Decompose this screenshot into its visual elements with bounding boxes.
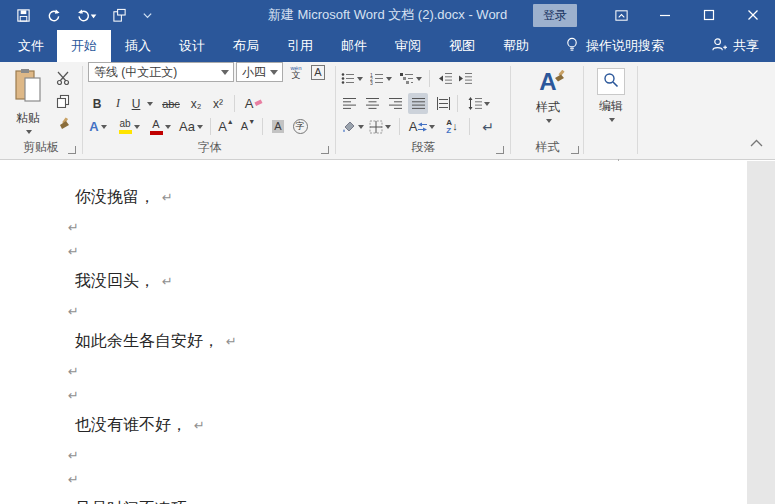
copy-icon [56,94,70,108]
character-border-button[interactable]: A [308,62,328,83]
justify-button[interactable] [408,93,428,114]
styles-brush-icon [553,70,566,83]
tab-file[interactable]: 文件 [5,30,57,62]
borders-button[interactable] [367,116,393,137]
minimize-button[interactable] [643,0,687,30]
paragraph-mark: ↵ [68,244,79,259]
numbering-button[interactable]: 123 [368,68,394,89]
document-background-strip [747,161,775,504]
increase-indent-button[interactable] [456,68,476,89]
ribbon-tab[interactable]: 设计 [165,30,219,62]
align-left-button[interactable] [339,93,359,114]
text-effects-icon: A [89,120,98,133]
character-shading-button[interactable]: A [268,116,288,137]
asian-layout-button[interactable]: A [407,116,437,137]
document-line[interactable]: 如此余生各自安好，↵ [75,323,747,359]
clear-formatting-button[interactable]: A [242,93,266,114]
document-page[interactable]: 你没挽留，↵ ↵ ↵ 我没回头，↵ ↵ 如此余生各自安好，↵ ↵ ↵ 也没有谁不… [0,161,747,504]
customize-qat-icon[interactable] [142,10,153,21]
font-name-combo[interactable]: 等线 (中文正文) [88,62,234,82]
maximize-button[interactable] [687,0,731,30]
ribbon-tab[interactable]: 插入 [111,30,165,62]
clipboard-dialog-launcher[interactable] [68,146,76,154]
document-line[interactable]: ↵ [75,443,747,467]
undo-icon[interactable] [76,8,97,23]
align-center-button[interactable] [362,93,382,114]
format-painter-button[interactable] [52,113,74,134]
document-line[interactable]: ↵ [75,215,747,239]
text-effects-button[interactable]: A [84,116,112,137]
distributed-icon [436,97,451,110]
decrease-indent-button[interactable] [436,68,456,89]
align-right-button[interactable] [385,93,405,114]
ribbon-tab[interactable]: 审阅 [381,30,435,62]
font-group: 等线 (中文正文) 小四 wén文 A B I U abc x₂ x² A A [84,62,335,159]
document-line[interactable]: ↵ [75,467,747,491]
redo-icon[interactable] [46,8,61,23]
document-line[interactable]: 你没挽留，↵ [75,179,747,215]
change-case-button[interactable]: Aa [176,116,206,137]
document-line[interactable]: ↵ [75,239,747,263]
enclose-characters-button[interactable]: 字 [290,116,310,137]
strikethrough-button[interactable]: abc [158,93,184,114]
collapse-ribbon-button[interactable] [750,137,763,151]
editing-button[interactable]: 编辑 [589,65,633,122]
line-spacing-button[interactable] [465,93,493,114]
share-button[interactable]: 共享 [711,30,759,62]
document-line-text: 也没有谁不好， [75,415,187,436]
subscript-button[interactable]: x₂ [186,93,206,114]
distribute-text-button[interactable] [433,93,453,114]
close-button[interactable] [731,0,775,30]
font-dialog-launcher[interactable] [321,146,329,154]
shading-button[interactable] [339,116,365,137]
quick-access-toolbar [16,8,153,23]
ribbon-tab[interactable]: 视图 [435,30,489,62]
text-highlight-button[interactable]: ab [114,116,144,137]
ribbon-tab[interactable]: 引用 [273,30,327,62]
sign-in-button[interactable]: 登录 [533,4,577,27]
superscript-button[interactable]: x² [208,93,228,114]
ribbon-display-options-icon[interactable] [599,0,643,30]
underline-button[interactable]: U [128,93,144,114]
document-line[interactable]: ↵ [75,383,747,407]
ribbon-tab[interactable]: 开始 [57,30,111,62]
document-line[interactable]: 也没有谁不好，↵ [75,407,747,443]
styles-button[interactable]: A 样式 [526,65,570,123]
tell-me-search[interactable]: 操作说明搜索 [565,30,664,62]
sort-button[interactable]: AZ↓ [441,116,463,137]
paragraph-dialog-launcher[interactable] [496,146,504,154]
phonetic-guide-button[interactable]: wén文 [286,62,306,83]
touch-mouse-mode-icon[interactable] [112,8,127,23]
document-line[interactable]: 我没回头，↵ [75,263,747,299]
styles-dialog-launcher[interactable] [571,146,579,154]
multilevel-list-button[interactable] [398,68,424,89]
shrink-font-button[interactable]: A▼ [238,116,258,137]
bold-button[interactable]: B [88,93,106,114]
paste-button[interactable]: 粘贴 [8,65,48,134]
ribbon-tab[interactable]: 邮件 [327,30,381,62]
show-hide-marks-button[interactable]: ↵ [477,116,499,137]
bullets-button[interactable] [339,68,365,89]
paste-dropdown-arrow [26,130,32,134]
paragraph-mark: ↵ [68,220,79,235]
combo-chevron-icon [270,70,278,75]
save-icon[interactable] [16,8,31,23]
grow-font-button[interactable]: A▲ [216,116,236,137]
copy-button[interactable] [52,90,74,111]
document-line[interactable]: ↵ [75,299,747,323]
cut-button[interactable] [52,67,74,88]
paragraph-mark: ↵ [162,190,173,205]
numbered-list-icon: 123 [370,72,384,85]
paragraph-mark: ↵ [162,274,173,289]
ribbon-tab[interactable]: 布局 [219,30,273,62]
document-line[interactable]: ↵ [75,359,747,383]
tab-strip: 开始插入设计布局引用邮件审阅视图帮助 [57,30,543,62]
eraser-icon [254,99,263,108]
ribbon-tab[interactable]: 帮助 [489,30,543,62]
enclosed-character-icon: 字 [293,119,308,134]
underline-dropdown[interactable] [144,93,154,114]
font-size-combo[interactable]: 小四 [236,62,283,82]
font-color-button[interactable]: A [146,116,174,137]
document-line[interactable]: 只是时间不凑巧。↵ [75,491,747,504]
italic-button[interactable]: I [110,93,126,114]
